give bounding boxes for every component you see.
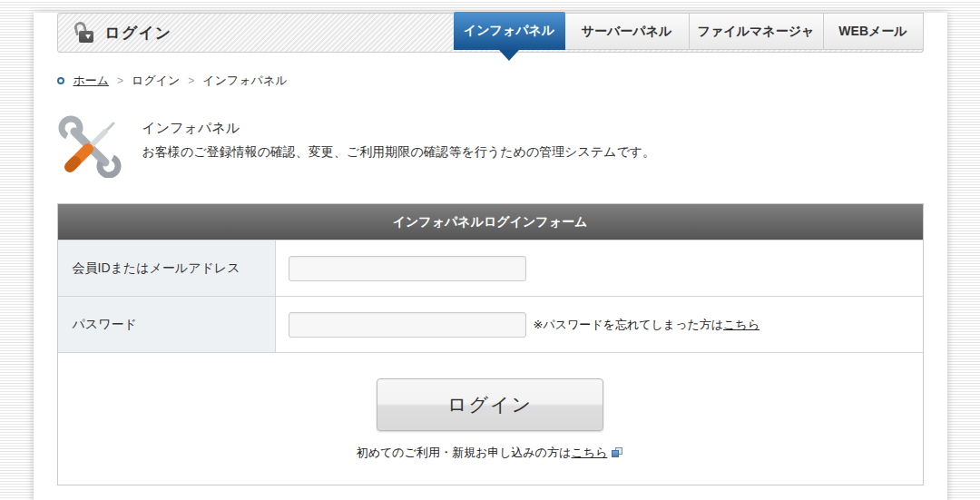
login-button[interactable]: ログイン xyxy=(377,378,603,431)
intro-text: インフォパネル お客様のご登録情報の確認、変更、ご利用期限の確認等を行うための管… xyxy=(142,120,656,161)
breadcrumb-infopanel: インフォパネル xyxy=(202,73,287,89)
breadcrumb: ホーム > ログイン > インフォパネル xyxy=(57,73,924,89)
forgot-password-note: ※パスワードを忘れてしまった方はこちら xyxy=(534,317,760,333)
forgot-password-link[interactable]: こちら xyxy=(723,318,760,331)
password-input[interactable] xyxy=(289,312,526,338)
open-padlock-icon xyxy=(74,22,94,44)
form-footer: ログイン 初めてのご利用・新規お申し込みの方はこちら xyxy=(58,352,923,485)
signup-note: 初めてのご利用・新規お申し込みの方はこちら xyxy=(58,445,923,461)
signup-note-text: 初めてのご利用・新規お申し込みの方は xyxy=(357,445,572,461)
login-form: インフォパネルログインフォーム 会員IDまたはメールアドレス パスワード ※パス… xyxy=(57,203,924,485)
intro-title: インフォパネル xyxy=(142,120,656,137)
tab-infopanel[interactable]: インフォパネル xyxy=(454,12,565,50)
page-header: ログイン インフォパネル サーバーパネル ファイルマネージャ WEBメール xyxy=(57,13,924,53)
password-label: パスワード xyxy=(58,297,276,352)
signup-link[interactable]: こちら xyxy=(571,445,607,461)
tab-serverpanel[interactable]: サーバーパネル xyxy=(565,13,690,50)
panel-tabs: インフォパネル サーバーパネル ファイルマネージャ WEBメール xyxy=(454,13,924,50)
password-row: パスワード ※パスワードを忘れてしまった方はこちら xyxy=(58,296,923,352)
member-id-row: 会員IDまたはメールアドレス xyxy=(58,240,923,296)
form-title: インフォパネルログインフォーム xyxy=(58,204,923,240)
breadcrumb-separator: > xyxy=(188,74,194,87)
breadcrumb-login: ログイン xyxy=(132,73,180,89)
breadcrumb-separator: > xyxy=(117,74,123,87)
tools-icon xyxy=(57,114,122,178)
intro-description: お客様のご登録情報の確認、変更、ご利用期限の確認等を行うための管理システムです。 xyxy=(142,144,656,161)
tab-filemanager[interactable]: ファイルマネージャ xyxy=(690,13,824,50)
member-id-input[interactable] xyxy=(289,256,526,281)
page-title: ログイン xyxy=(105,23,172,44)
breadcrumb-home-link[interactable]: ホーム xyxy=(74,73,110,89)
member-id-field-cell xyxy=(276,240,923,296)
content-panel: ログイン インフォパネル サーバーパネル ファイルマネージャ WEBメール ホー… xyxy=(34,13,947,500)
intro-section: インフォパネル お客様のご登録情報の確認、変更、ご利用期限の確認等を行うための管… xyxy=(57,114,924,178)
tab-webmail[interactable]: WEBメール xyxy=(824,13,924,50)
breadcrumb-circle-icon xyxy=(57,77,64,84)
password-field-cell: ※パスワードを忘れてしまった方はこちら xyxy=(276,297,923,352)
forgot-password-note-text: ※パスワードを忘れてしまった方は xyxy=(534,318,724,331)
member-id-label: 会員IDまたはメールアドレス xyxy=(58,240,276,296)
external-link-icon xyxy=(612,447,623,458)
